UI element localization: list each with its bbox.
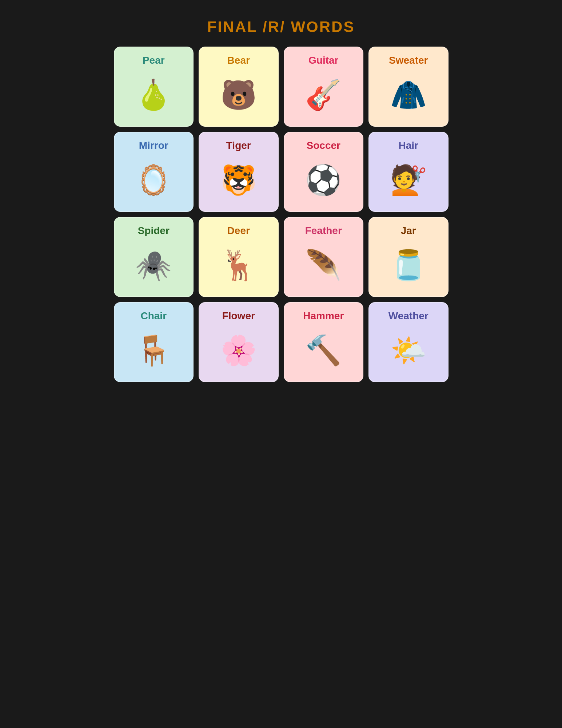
card-label-hammer: Hammer bbox=[303, 310, 344, 322]
card-weather: Weather🌤️ bbox=[368, 302, 449, 382]
card-label-jar: Jar bbox=[401, 225, 416, 237]
card-label-tiger: Tiger bbox=[226, 140, 251, 151]
card-hammer: Hammer🔨 bbox=[284, 302, 364, 382]
card-image-pear: 🍐 bbox=[135, 73, 172, 117]
card-label-sweater: Sweater bbox=[389, 55, 428, 66]
card-image-sweater: 🧥 bbox=[390, 73, 427, 117]
card-jar: Jar🫙 bbox=[368, 217, 449, 297]
card-guitar: Guitar🎸 bbox=[284, 47, 364, 127]
card-image-chair: 🪑 bbox=[135, 328, 172, 373]
card-image-guitar: 🎸 bbox=[305, 73, 342, 117]
card-image-deer: 🦌 bbox=[220, 243, 257, 288]
card-image-weather: 🌤️ bbox=[390, 328, 427, 373]
card-label-bear: Bear bbox=[227, 55, 250, 66]
card-tiger: Tiger🐯 bbox=[199, 132, 279, 212]
card-soccer: Soccer⚽ bbox=[284, 132, 364, 212]
card-spider: Spider🕷️ bbox=[114, 217, 194, 297]
card-label-hair: Hair bbox=[399, 140, 418, 151]
card-image-hair: 💇 bbox=[390, 158, 427, 202]
card-chair: Chair🪑 bbox=[114, 302, 194, 382]
card-image-spider: 🕷️ bbox=[135, 243, 172, 288]
card-label-mirror: Mirror bbox=[139, 140, 168, 151]
card-hair: Hair💇 bbox=[368, 132, 449, 212]
card-label-guitar: Guitar bbox=[308, 55, 338, 66]
card-image-flower: 🌸 bbox=[220, 328, 257, 373]
card-deer: Deer🦌 bbox=[199, 217, 279, 297]
card-label-spider: Spider bbox=[138, 225, 170, 237]
page-title: FINAL /R/ WORDS bbox=[114, 18, 449, 36]
cards-grid: Pear🍐Bear🐻Guitar🎸Sweater🧥Mirror🪞Tiger🐯So… bbox=[114, 47, 449, 382]
card-label-deer: Deer bbox=[227, 225, 250, 237]
card-feather: Feather🪶 bbox=[284, 217, 364, 297]
page: FINAL /R/ WORDS Pear🍐Bear🐻Guitar🎸Sweater… bbox=[107, 7, 456, 393]
card-label-flower: Flower bbox=[222, 310, 255, 322]
card-image-tiger: 🐯 bbox=[220, 158, 257, 202]
card-pear: Pear🍐 bbox=[114, 47, 194, 127]
card-image-mirror: 🪞 bbox=[135, 158, 172, 202]
card-mirror: Mirror🪞 bbox=[114, 132, 194, 212]
card-label-feather: Feather bbox=[305, 225, 342, 237]
card-image-hammer: 🔨 bbox=[305, 328, 342, 373]
card-bear: Bear🐻 bbox=[199, 47, 279, 127]
card-image-soccer: ⚽ bbox=[305, 158, 342, 202]
card-label-weather: Weather bbox=[388, 310, 429, 322]
card-label-pear: Pear bbox=[143, 55, 165, 66]
card-flower: Flower🌸 bbox=[199, 302, 279, 382]
card-label-chair: Chair bbox=[140, 310, 167, 322]
card-image-jar: 🫙 bbox=[390, 243, 427, 288]
card-image-feather: 🪶 bbox=[305, 243, 342, 288]
card-image-bear: 🐻 bbox=[220, 73, 257, 117]
card-label-soccer: Soccer bbox=[307, 140, 340, 151]
card-sweater: Sweater🧥 bbox=[368, 47, 449, 127]
